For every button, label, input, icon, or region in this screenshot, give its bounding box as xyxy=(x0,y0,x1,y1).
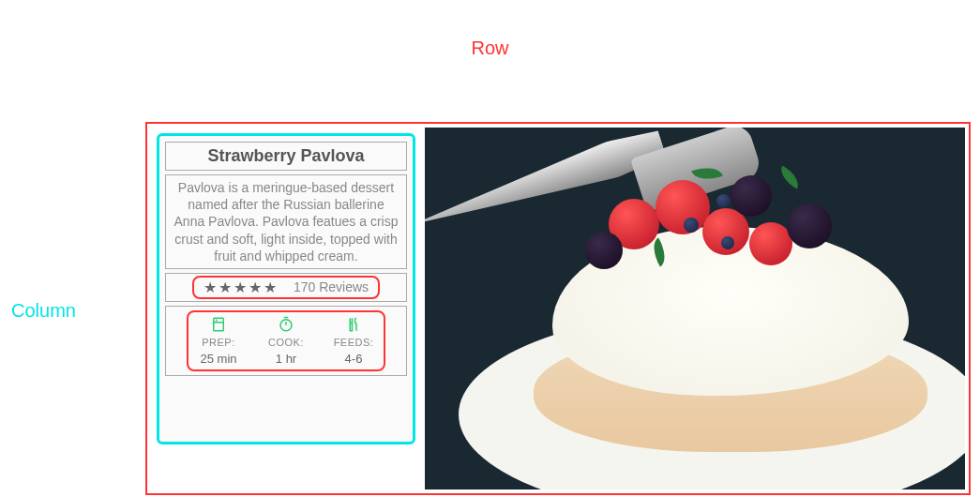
review-count: 170 Reviews xyxy=(294,279,369,294)
stats-row-outer: PREP: 25 min COOK: 1 hr xyxy=(165,306,407,376)
row-container: Strawberry Pavlova Pavlova is a meringue… xyxy=(145,122,971,495)
rating-inner-row: ★★★★★ 170 Reviews xyxy=(192,276,380,299)
stat-feeds: FEEDS: 4-6 xyxy=(329,316,378,366)
stat-label: COOK: xyxy=(268,337,304,348)
recipe-image xyxy=(425,128,965,489)
stat-value: 25 min xyxy=(200,352,236,366)
stat-cook: COOK: 1 hr xyxy=(262,316,310,366)
recipe-title: Strawberry Pavlova xyxy=(165,142,407,171)
timer-icon xyxy=(278,316,294,333)
utensils-icon xyxy=(345,316,362,333)
recipe-description: Pavlova is a meringue-based dessert name… xyxy=(165,174,407,269)
stats-row: PREP: 25 min COOK: 1 hr xyxy=(187,310,385,371)
stat-label: PREP: xyxy=(202,337,235,348)
star-rating: ★★★★★ xyxy=(204,279,279,296)
stat-value: 1 hr xyxy=(276,352,296,366)
stat-value: 4-6 xyxy=(345,352,363,366)
svg-rect-0 xyxy=(214,318,224,331)
row-annotation-label: Row xyxy=(471,38,508,59)
stat-label: FEEDS: xyxy=(334,337,374,348)
stat-prep: PREP: 25 min xyxy=(194,316,243,366)
svg-point-2 xyxy=(216,320,217,321)
column-annotation-label: Column xyxy=(11,300,76,322)
rating-row: ★★★★★ 170 Reviews xyxy=(165,273,407,302)
kitchen-icon xyxy=(210,316,227,333)
column-container: Strawberry Pavlova Pavlova is a meringue… xyxy=(157,133,415,444)
